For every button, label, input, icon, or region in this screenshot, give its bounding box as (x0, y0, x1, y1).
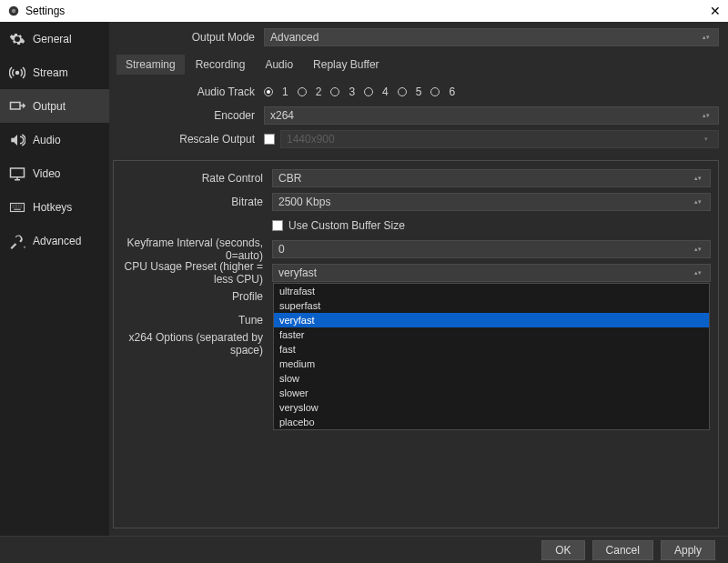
sidebar-item-video[interactable]: Video (0, 156, 109, 190)
apply-button[interactable]: Apply (661, 540, 715, 560)
keyboard-icon (9, 199, 25, 216)
preset-option-veryslow[interactable]: veryslow (274, 400, 709, 415)
sidebar-item-audio[interactable]: Audio (0, 123, 109, 156)
output-mode-value: Advanced (270, 31, 318, 44)
monitor-icon (9, 166, 25, 182)
encoder-value: x264 (270, 109, 294, 122)
preset-option-placebo[interactable]: placebo (274, 415, 709, 429)
titlebar: Settings ✕ (0, 0, 728, 22)
rescale-checkbox[interactable] (264, 134, 275, 145)
sidebar-item-advanced[interactable]: Advanced (0, 224, 109, 257)
chevron-updown-icon: ▴▾ (692, 176, 704, 181)
audio-track-radio-5[interactable] (398, 87, 407, 96)
svg-rect-4 (11, 168, 25, 177)
tools-icon (9, 233, 25, 249)
preset-option-ultrafast[interactable]: ultrafast (274, 284, 709, 298)
profile-label: Profile (121, 290, 267, 303)
keyframe-value: 0 (278, 243, 285, 256)
audio-track-radio-3[interactable] (330, 87, 339, 96)
rate-control-select[interactable]: CBR ▴▾ (272, 169, 711, 187)
audio-track-radio-1[interactable] (264, 87, 273, 96)
sidebar-item-stream[interactable]: Stream (0, 55, 109, 89)
audio-track-label: Audio Track (113, 85, 258, 98)
chevron-updown-icon: ▴▾ (700, 113, 713, 118)
audio-track-num: 2 (316, 85, 322, 98)
sidebar-item-hotkeys[interactable]: Hotkeys (0, 190, 109, 224)
sidebar-item-label: General (33, 33, 72, 45)
keyframe-input[interactable]: 0 ▴▾ (272, 240, 711, 258)
cancel-button[interactable]: Cancel (592, 540, 653, 560)
spinner-icon[interactable]: ▴▾ (692, 246, 704, 252)
bitrate-value: 2500 Kbps (278, 196, 330, 208)
broadcast-icon (9, 65, 25, 81)
cpu-preset-label: CPU Usage Preset (higher = less CPU) (121, 260, 267, 286)
sidebar-item-label: Output (33, 100, 66, 113)
audio-track-num: 3 (349, 85, 355, 98)
audio-track-num: 5 (416, 85, 422, 98)
chevron-updown-icon: ▴▾ (692, 270, 704, 276)
rate-control-label: Rate Control (121, 172, 267, 185)
svg-point-2 (16, 71, 19, 74)
output-mode-label: Output Mode (113, 31, 258, 44)
encoder-label: Encoder (113, 109, 258, 122)
app-icon (7, 5, 20, 17)
x264-options-label: x264 Options (separated by space) (121, 331, 267, 357)
svg-point-1 (12, 9, 15, 13)
audio-track-group: 1 2 3 4 5 6 (264, 85, 455, 98)
audio-track-radio-4[interactable] (364, 87, 373, 96)
preset-option-superfast[interactable]: superfast (274, 298, 709, 313)
custom-buffer-label: Use Custom Buffer Size (288, 219, 405, 232)
output-icon (9, 98, 25, 115)
sidebar-item-output[interactable]: Output (0, 89, 109, 123)
sidebar-item-label: Hotkeys (33, 201, 72, 214)
chevron-updown-icon: ▴▾ (700, 35, 713, 40)
ok-button[interactable]: OK (541, 540, 584, 560)
chevron-down-icon: ▾ (700, 136, 713, 142)
close-icon[interactable]: ✕ (710, 4, 721, 18)
audio-track-num: 4 (382, 85, 389, 98)
spinner-icon[interactable]: ▴▾ (692, 199, 704, 205)
preset-option-fast[interactable]: fast (274, 342, 709, 357)
gear-icon (9, 31, 25, 47)
audio-track-radio-6[interactable] (430, 87, 440, 96)
encoder-select[interactable]: x264 ▴▾ (264, 106, 719, 125)
tab-streaming[interactable]: Streaming (116, 55, 185, 75)
sidebar-item-label: Audio (33, 134, 61, 146)
rescale-select[interactable]: 1440x900 ▾ (280, 130, 719, 148)
footer-buttons: OK Cancel Apply (0, 536, 728, 563)
encoder-settings-panel: Rate Control CBR ▴▾ Bitrate 2500 Kbps ▴▾… (113, 160, 719, 528)
rate-control-value: CBR (278, 172, 301, 185)
output-mode-select[interactable]: Advanced ▴▾ (264, 28, 719, 46)
sidebar-item-label: Stream (33, 66, 68, 79)
preset-option-slower[interactable]: slower (274, 386, 709, 400)
keyframe-label: Keyframe Interval (seconds, 0=auto) (121, 236, 267, 262)
preset-option-slow[interactable]: slow (274, 371, 709, 386)
bitrate-input[interactable]: 2500 Kbps ▴▾ (272, 193, 711, 211)
custom-buffer-checkbox[interactable] (272, 220, 283, 231)
tab-recording[interactable]: Recording (187, 55, 255, 75)
tab-replay-buffer[interactable]: Replay Buffer (304, 55, 389, 75)
cpu-preset-value: veryfast (278, 266, 317, 279)
sidebar-item-label: Video (33, 167, 60, 180)
preset-option-veryfast[interactable]: veryfast (274, 313, 709, 327)
cpu-preset-select[interactable]: veryfast ▴▾ ultrafast superfast veryfast… (272, 264, 711, 282)
speaker-icon (9, 132, 25, 148)
sidebar: General Stream Output Audio Video Hotkey… (0, 22, 109, 536)
main-panel: Output Mode Advanced ▴▾ Streaming Record… (109, 22, 728, 536)
bitrate-label: Bitrate (121, 196, 267, 208)
audio-track-num: 6 (449, 85, 455, 98)
audio-track-num: 1 (282, 85, 288, 98)
svg-rect-3 (11, 102, 21, 109)
tab-audio[interactable]: Audio (256, 55, 302, 75)
preset-option-medium[interactable]: medium (274, 357, 709, 371)
preset-option-faster[interactable]: faster (274, 327, 709, 342)
sidebar-item-general[interactable]: General (0, 22, 109, 55)
output-tabs: Streaming Recording Audio Replay Buffer (116, 55, 719, 75)
rescale-label: Rescale Output (113, 133, 258, 146)
audio-track-radio-2[interactable] (298, 87, 307, 96)
cpu-preset-dropdown: ultrafast superfast veryfast faster fast… (273, 283, 710, 430)
tune-label: Tune (121, 314, 267, 327)
rescale-placeholder: 1440x900 (287, 133, 335, 146)
upper-group: Audio Track 1 2 3 4 5 6 Encoder x264 ▴▾ (113, 78, 719, 156)
window-title: Settings (25, 5, 710, 17)
